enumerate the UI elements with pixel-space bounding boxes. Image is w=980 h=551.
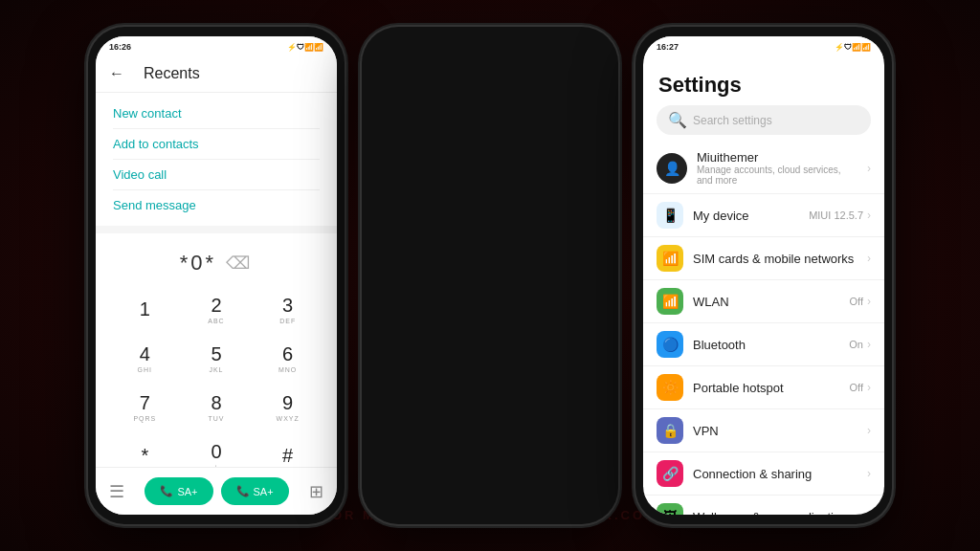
back-button[interactable]: ← [109, 65, 124, 82]
phone-1: 16:26 ⚡🛡📶📶 ← Recents New contact Add to … [88, 27, 345, 524]
send-message-link[interactable]: Send message [113, 190, 320, 220]
search-placeholder: Search settings [693, 114, 772, 127]
phone-1-screen: 16:26 ⚡🛡📶📶 ← Recents New contact Add to … [96, 36, 337, 515]
add-to-contacts-link[interactable]: Add to contacts [113, 129, 320, 160]
profile-right: › [867, 162, 871, 175]
phone-1-time: 16:26 [109, 42, 131, 52]
connection-content: Connection & sharing [693, 467, 858, 481]
connection-right: › [867, 467, 871, 480]
call-button-2[interactable]: 📞 SA+ [221, 477, 289, 505]
dial-key-2[interactable]: 2ABC [181, 285, 253, 334]
dial-key-9[interactable]: 9WXYZ [252, 383, 323, 431]
video-call-link[interactable]: Video call [113, 160, 320, 190]
vpn-icon: 🔒 [657, 417, 683, 444]
phone-2: 16:27 ⚡🛡📶📶 S Miuithemer [362, 27, 618, 524]
actions-list: New contact Add to contacts Video call S… [96, 93, 337, 226]
hotspot-icon: 🔆 [657, 374, 683, 401]
dial-key-3[interactable]: 3DEF [252, 285, 323, 334]
chevron-icon: › [867, 162, 871, 175]
wallpaper-right: › [867, 510, 871, 515]
dial-key-1[interactable]: 1 [109, 285, 181, 334]
dialer-section: *0* ⌫ 1 2ABC 3DEF 4GHI 5JKL 6MNO 7PQRS 8… [96, 233, 337, 488]
my-device-icon: 📱 [657, 202, 683, 229]
settings-item-vpn[interactable]: 🔒 VPN › [643, 409, 884, 452]
dialer-display: *0* ⌫ [109, 241, 323, 285]
chevron-icon: › [867, 467, 871, 480]
sim-label: SIM cards & mobile networks [693, 252, 858, 266]
bluetooth-content: Bluetooth [693, 338, 839, 352]
settings-title: Settings [643, 57, 884, 105]
hotspot-value: Off [850, 382, 863, 393]
search-icon: 🔍 [668, 111, 687, 129]
vpn-label: VPN [693, 424, 858, 438]
phone-3-status-icons: ⚡🛡📶📶 [835, 43, 871, 52]
phones-container: 16:26 ⚡🛡📶📶 ← Recents New contact Add to … [88, 27, 892, 524]
settings-item-connection[interactable]: 🔗 Connection & sharing › [643, 452, 884, 496]
chevron-icon: › [867, 338, 871, 351]
dial-key-6[interactable]: 6MNO [252, 334, 323, 383]
profile-avatar: 👤 [657, 153, 687, 184]
phone-3-status-bar: 16:27 ⚡🛡📶📶 [643, 36, 884, 57]
new-contact-link[interactable]: New contact [113, 99, 320, 129]
settings-item-wlan[interactable]: 📶 WLAN Off › [643, 280, 884, 323]
call-icon-2: 📞 [236, 485, 250, 497]
hotspot-label: Portable hotspot [693, 381, 840, 395]
wlan-icon: 📶 [657, 288, 683, 315]
settings-item-bluetooth[interactable]: 🔵 Bluetooth On › [643, 323, 884, 366]
my-device-value: MIUI 12.5.7 [809, 209, 863, 221]
call-icon-1: 📞 [160, 485, 173, 497]
call-label-1: SA+ [177, 486, 197, 497]
recents-title: Recents [144, 65, 200, 82]
settings-search-bar[interactable]: 🔍 Search settings [657, 105, 871, 135]
settings-item-sim[interactable]: 📶 SIM cards & mobile networks › [643, 237, 884, 280]
dial-key-8[interactable]: 8TUV [181, 383, 253, 431]
settings-list: 👤 Miuithemer Manage accounts, cloud serv… [643, 143, 884, 515]
chevron-icon: › [867, 510, 871, 515]
phone-1-status-bar: 16:26 ⚡🛡📶📶 [96, 36, 337, 57]
recents-header: ← Recents [96, 57, 337, 93]
dial-key-5[interactable]: 5JKL [181, 334, 253, 383]
chevron-icon: › [867, 424, 871, 437]
phone-3-time: 16:27 [657, 42, 679, 52]
dial-key-7[interactable]: 7PQRS [109, 383, 181, 431]
wlan-label: WLAN [693, 295, 840, 309]
sim-icon: 📶 [657, 245, 683, 272]
sim-right: › [867, 252, 871, 265]
hotspot-content: Portable hotspot [693, 381, 840, 395]
call-button-1[interactable]: 📞 SA+ [145, 477, 212, 505]
wlan-content: WLAN [693, 295, 840, 309]
settings-item-profile[interactable]: 👤 Miuithemer Manage accounts, cloud serv… [643, 143, 884, 194]
chevron-icon: › [867, 252, 871, 265]
settings-item-hotspot[interactable]: 🔆 Portable hotspot Off › [643, 366, 884, 409]
bluetooth-label: Bluetooth [693, 338, 839, 352]
my-device-right: MIUI 12.5.7 › [809, 209, 871, 222]
phone-1-status-icons: ⚡🛡📶📶 [287, 43, 323, 52]
chevron-icon: › [867, 295, 871, 308]
profile-sub: Manage accounts, cloud services, and mor… [697, 165, 858, 186]
my-device-label: My device [693, 209, 799, 223]
wlan-value: Off [850, 296, 863, 307]
profile-content: Miuithemer Manage accounts, cloud servic… [697, 150, 858, 186]
wallpaper-icon: 🖼 [657, 503, 683, 515]
settings-item-my-device[interactable]: 📱 My device MIUI 12.5.7 › [643, 194, 884, 237]
sim-content: SIM cards & mobile networks [693, 252, 858, 266]
vpn-right: › [867, 424, 871, 437]
bluetooth-value: On [849, 339, 863, 350]
connection-label: Connection & sharing [693, 467, 858, 481]
menu-icon[interactable]: ☰ [109, 481, 124, 502]
dial-key-4[interactable]: 4GHI [109, 334, 181, 383]
phone-3-screen: 16:27 ⚡🛡📶📶 Settings 🔍 Search settings 👤 … [643, 36, 884, 515]
wlan-right: Off › [850, 295, 871, 308]
wallpaper-content: Wallpaper & personalization [693, 510, 858, 516]
vpn-content: VPN [693, 424, 858, 438]
bluetooth-right: On › [849, 338, 871, 351]
chevron-icon: › [867, 209, 871, 222]
grid-icon[interactable]: ⊞ [309, 481, 323, 502]
settings-item-wallpaper[interactable]: 🖼 Wallpaper & personalization › [643, 496, 884, 515]
dialer-text: *0* [180, 251, 216, 276]
bluetooth-icon: 🔵 [657, 331, 683, 358]
backspace-button[interactable]: ⌫ [226, 253, 253, 274]
phone-3: 16:27 ⚡🛡📶📶 Settings 🔍 Search settings 👤 … [635, 27, 892, 524]
hotspot-right: Off › [850, 381, 871, 394]
my-device-content: My device [693, 209, 799, 223]
